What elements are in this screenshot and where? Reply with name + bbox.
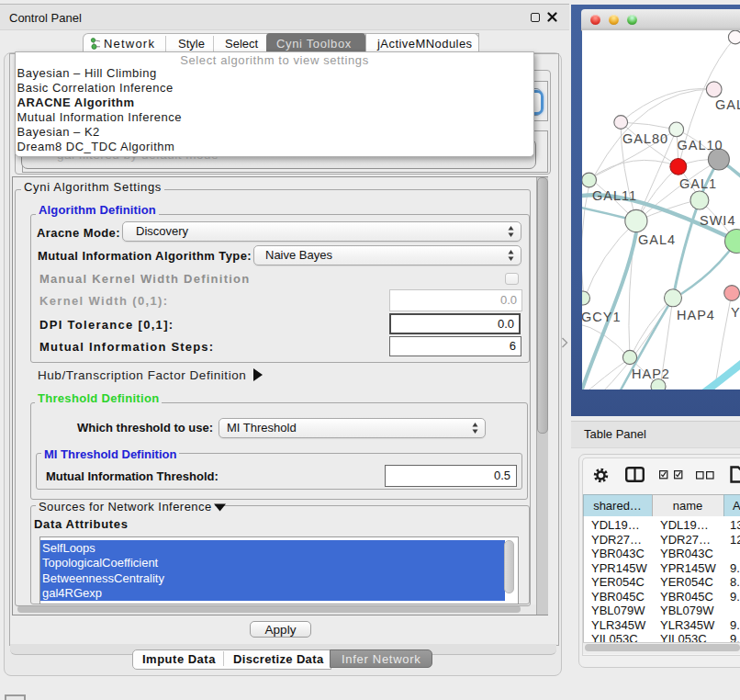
svg-text:HAP4: HAP4 [677,308,715,322]
svg-text:GAL11: GAL11 [592,188,637,203]
svg-text:SWI4: SWI4 [700,213,735,228]
svg-text:GAL1: GAL1 [679,176,717,191]
svg-text:GAL10: GAL10 [678,138,723,152]
svg-text:GAL2: GAL2 [715,97,740,112]
svg-text:GAL80: GAL80 [622,131,668,146]
svg-text:Y: Y [731,305,740,320]
svg-text:GAL4: GAL4 [638,232,676,247]
svg-text:HAP2: HAP2 [632,367,670,381]
svg-text:GCY1: GCY1 [582,310,622,324]
